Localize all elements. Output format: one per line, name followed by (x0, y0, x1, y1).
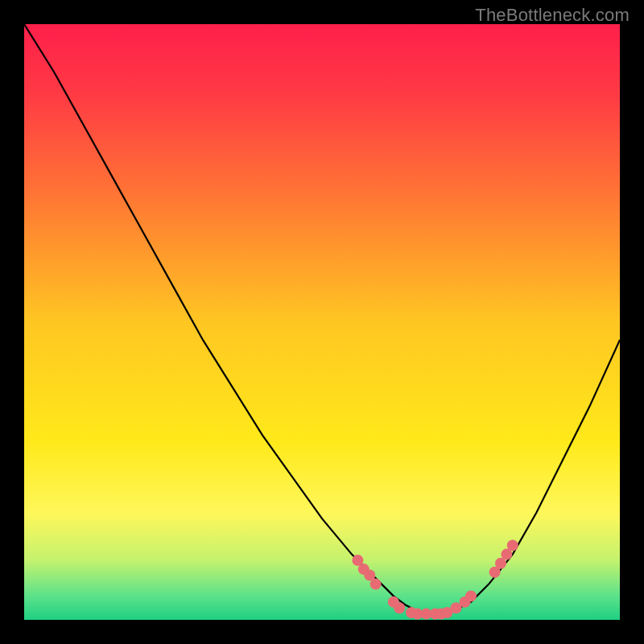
data-point (507, 540, 518, 551)
bottleneck-chart (24, 24, 620, 620)
chart-frame: TheBottleneck.com (0, 0, 644, 644)
data-point (465, 590, 477, 601)
gradient-background (24, 24, 620, 620)
plot-area (24, 24, 620, 620)
data-point (370, 579, 382, 590)
data-point (394, 602, 405, 613)
watermark-text: TheBottleneck.com (475, 5, 630, 26)
